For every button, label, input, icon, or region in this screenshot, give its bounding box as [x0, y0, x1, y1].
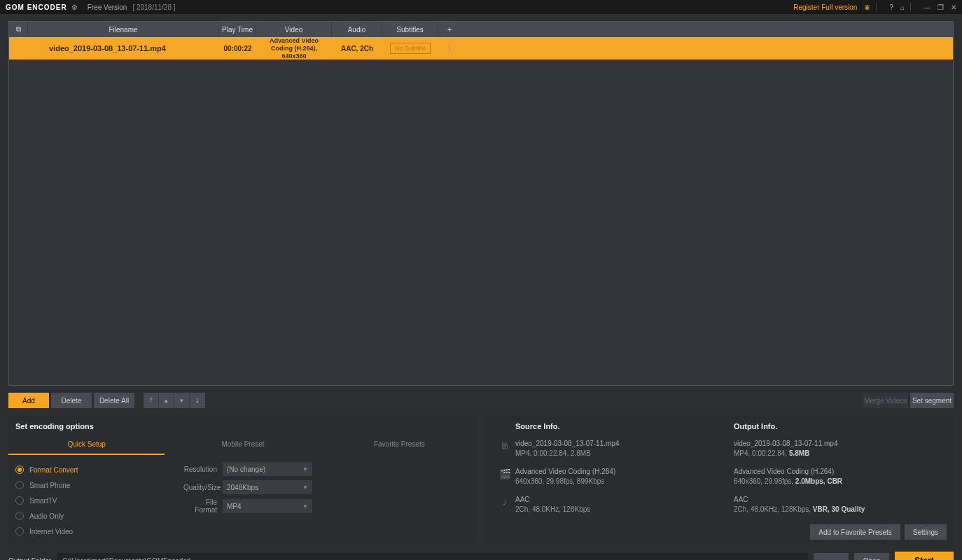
row-filename: video_2019-03-08_13-07-11.mp4 — [28, 44, 219, 52]
move-bottom-icon[interactable]: ⤓ — [190, 393, 205, 408]
column-filename[interactable]: Filename — [28, 22, 219, 37]
build-date: [ 2018/11/28 ] — [132, 4, 175, 11]
info-panel: Source Info. Output Info. 🗎 video_2019-0… — [485, 415, 954, 546]
delete-all-button[interactable]: Delete All — [94, 393, 134, 408]
preset-tabs: Quick Setup Mobile Preset Favorite Prese… — [8, 435, 477, 455]
quality-label: Quality/Size — [183, 484, 217, 491]
chevron-down-icon: ▼ — [302, 503, 308, 510]
file-table: ⧉ Filename Play Time Video Audio Subtitl… — [8, 21, 954, 386]
radio-format-convert[interactable]: Format Convert — [15, 462, 183, 477]
browse-button[interactable]: ... — [814, 553, 849, 560]
column-audio[interactable]: Audio — [332, 22, 382, 37]
crown-icon[interactable]: ♛ — [864, 4, 870, 11]
row-video: Advanced Video Coding (H.264), 640x360 — [256, 37, 332, 60]
app-name: GOM ENCODER — [6, 4, 67, 11]
add-favorite-presets-button[interactable]: Add to Favorite Presets — [810, 524, 900, 540]
table-header: ⧉ Filename Play Time Video Audio Subtitl… — [9, 22, 953, 37]
move-down-icon[interactable]: ▾ — [174, 393, 190, 408]
column-link-icon[interactable]: ⧉ — [9, 22, 28, 37]
source-info-header: Source Info. — [515, 422, 734, 430]
output-video-info: Advanced Video Coding (H.264) 640x360, 2… — [734, 467, 842, 486]
radio-smart-phone[interactable]: Smart Phone — [15, 477, 183, 493]
column-add[interactable]: + — [438, 22, 461, 37]
table-row[interactable]: video_2019-03-08_13-07-11.mp4 00:00:22 A… — [9, 37, 953, 59]
version-label: Free Version — [88, 4, 127, 11]
row-playtime: 00:00:22 — [219, 45, 256, 52]
source-video-info: Advanced Video Coding (H.264) 640x360, 2… — [515, 467, 734, 486]
column-video[interactable]: Video — [256, 22, 332, 37]
column-subtitles[interactable]: Subtitles — [382, 22, 438, 37]
start-button[interactable]: Start — [895, 552, 954, 560]
restore-icon[interactable]: ❐ — [937, 4, 944, 11]
register-link[interactable]: Register Full version — [793, 4, 857, 11]
format-select[interactable]: MP4▼ — [223, 499, 312, 513]
encoding-title: Set encoding options — [8, 415, 477, 435]
help-icon[interactable]: ? — [889, 4, 893, 11]
encoding-options-panel: Set encoding options Quick Setup Mobile … — [8, 415, 477, 546]
settings-gear-icon[interactable]: ⚙ — [71, 4, 78, 11]
tab-favorite-presets[interactable]: Favorite Presets — [321, 435, 477, 455]
row-subtitle[interactable]: No Subtitle — [390, 43, 431, 54]
format-radios: Format Convert Smart Phone SmartTV Audio… — [15, 462, 183, 539]
output-file-info: video_2019-03-08_13-07-11.mp4 MP4, 0:00:… — [734, 439, 837, 458]
video-icon: 🎬 — [494, 467, 515, 479]
output-folder-path[interactable]: C:\Users\marti\Documents\GOMEncoder\ — [57, 553, 808, 560]
set-segment-button[interactable]: Set segment — [910, 393, 954, 408]
file-icon: 🗎 — [494, 439, 515, 451]
sort-buttons: ⤒ ▴ ▾ ⤓ — [144, 393, 205, 408]
row-audio: AAC, 2Ch — [332, 45, 382, 52]
action-bar: Add Delete Delete All ⤒ ▴ ▾ ⤓ Merge Vide… — [8, 393, 954, 408]
radio-smart-tv[interactable]: SmartTV — [15, 493, 183, 508]
audio-icon: ♪ — [494, 495, 515, 507]
row-menu-icon[interactable]: ⋮ — [438, 44, 461, 53]
tab-quick-setup[interactable]: Quick Setup — [8, 435, 165, 455]
output-audio-info: AAC 2Ch, 48.0KHz, 128Kbps, VBR, 30 Quali… — [734, 495, 865, 514]
chevron-down-icon: ▼ — [302, 466, 308, 472]
merge-videos-button: Merge Videos — [863, 393, 908, 408]
radio-internet-video[interactable]: Internet Video — [15, 524, 183, 539]
table-body: video_2019-03-08_13-07-11.mp4 00:00:22 A… — [9, 37, 953, 385]
output-folder-label: Output Folder — [8, 557, 51, 561]
minimize-icon[interactable]: — — [923, 4, 930, 11]
resolution-label: Resolution — [183, 465, 217, 473]
add-button[interactable]: Add — [8, 393, 49, 408]
delete-button[interactable]: Delete — [51, 393, 92, 408]
format-label: File Format — [183, 498, 217, 514]
footer: Output Folder C:\Users\marti\Documents\G… — [0, 546, 962, 560]
open-button[interactable]: Open — [854, 553, 889, 560]
source-file-info: video_2019-03-08_13-07-11.mp4 MP4, 0:00:… — [515, 439, 734, 458]
titlebar: GOM ENCODER ⚙ Free Version [ 2018/11/28 … — [0, 0, 962, 14]
home-icon[interactable]: ⌂ — [900, 4, 905, 11]
tab-mobile-preset[interactable]: Mobile Preset — [165, 435, 321, 455]
source-audio-info: AAC 2Ch, 48.0KHz, 128Kbps — [515, 495, 734, 514]
settings-button[interactable]: Settings — [905, 524, 947, 540]
output-info-header: Output Info. — [734, 422, 777, 430]
quality-select[interactable]: 2048Kbps▼ — [223, 480, 312, 494]
resolution-select[interactable]: (No change)▼ — [223, 462, 312, 476]
close-icon[interactable]: ✕ — [951, 4, 956, 11]
radio-audio-only[interactable]: Audio Only — [15, 508, 183, 524]
column-playtime[interactable]: Play Time — [219, 22, 256, 37]
move-top-icon[interactable]: ⤒ — [144, 393, 159, 408]
chevron-down-icon: ▼ — [302, 484, 308, 491]
move-up-icon[interactable]: ▴ — [159, 393, 174, 408]
